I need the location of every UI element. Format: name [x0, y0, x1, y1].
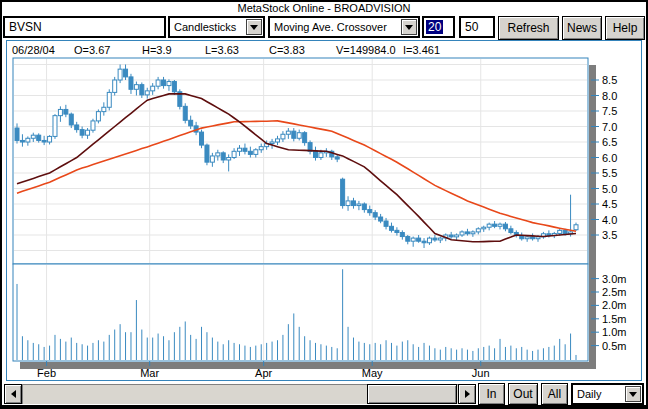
ma-fast-input[interactable]: 20 — [422, 16, 455, 38]
period-dropdown-button[interactable] — [625, 386, 641, 402]
svg-text:Jun: Jun — [472, 367, 490, 379]
svg-text:6.0: 6.0 — [602, 152, 617, 164]
svg-text:1.5m: 1.5m — [602, 313, 626, 325]
indicator-dropdown-button[interactable] — [401, 19, 417, 35]
price-pane — [13, 58, 588, 264]
chart-type-value: Candlesticks — [174, 21, 236, 33]
zoom-in-button[interactable]: In — [478, 383, 505, 405]
svg-text:Mar: Mar — [140, 367, 159, 379]
status-open: O=3.67 — [74, 44, 110, 56]
svg-text:6.5: 6.5 — [602, 136, 617, 148]
status-date: 06/28/04 — [12, 44, 55, 56]
zoom-out-button[interactable]: Out — [508, 383, 538, 405]
chart-type-dropdown-button[interactable] — [246, 19, 262, 35]
chevron-down-icon — [250, 25, 258, 34]
indicator-select[interactable]: Moving Ave. Crossover — [268, 16, 420, 38]
svg-text:May: May — [362, 367, 383, 379]
chevron-down-icon — [629, 392, 637, 401]
status-indicator: I=3.461 — [403, 44, 440, 56]
news-button[interactable]: News — [562, 16, 602, 40]
zoom-all-button[interactable]: All — [541, 383, 568, 405]
volume-axis: 3.0m2.5m2.0m1.5m1.0m0.5m — [591, 273, 626, 352]
svg-text:2.5m: 2.5m — [602, 286, 626, 298]
ma-slow-input[interactable]: 50 — [459, 16, 495, 38]
svg-text:7.5: 7.5 — [602, 105, 617, 117]
svg-text:1.0m: 1.0m — [602, 326, 626, 338]
svg-text:2.0m: 2.0m — [602, 299, 626, 311]
svg-text:Apr: Apr — [255, 367, 272, 379]
panel-shadow-bottom — [20, 362, 589, 369]
refresh-button[interactable]: Refresh — [498, 16, 559, 40]
status-close: C=3.83 — [269, 44, 305, 56]
svg-text:8.5: 8.5 — [602, 74, 617, 86]
svg-text:4.5: 4.5 — [602, 198, 617, 210]
period-value: Daily — [577, 388, 601, 400]
svg-text:7.0: 7.0 — [602, 121, 617, 133]
svg-text:5.5: 5.5 — [602, 167, 617, 179]
scroll-right-button[interactable] — [458, 384, 476, 404]
svg-text:Feb: Feb — [37, 367, 56, 379]
window-title: MetaStock Online - BROADVISION — [0, 2, 648, 14]
svg-text:5.0: 5.0 — [602, 183, 617, 195]
arrow-right-icon — [465, 390, 474, 398]
status-high: H=3.9 — [142, 44, 172, 56]
svg-text:8.0: 8.0 — [602, 90, 617, 102]
svg-text:4.0: 4.0 — [602, 214, 617, 226]
period-select[interactable]: Daily — [571, 383, 644, 405]
svg-text:3.5: 3.5 — [602, 229, 617, 241]
arrow-left-icon — [7, 390, 16, 398]
help-button[interactable]: Help — [605, 16, 645, 40]
price-volume-chart[interactable]: 8.58.07.57.06.56.05.55.04.54.03.53.0m2.5… — [0, 0, 648, 409]
svg-text:0.5m: 0.5m — [602, 340, 626, 352]
indicator-value: Moving Ave. Crossover — [274, 21, 387, 33]
symbol-input[interactable] — [3, 16, 166, 38]
volume-pane — [13, 264, 588, 361]
scrollbar-thumb[interactable] — [367, 384, 457, 404]
svg-text:3.0m: 3.0m — [602, 273, 626, 285]
status-low: L=3.63 — [205, 44, 239, 56]
scroll-left-button[interactable] — [4, 384, 22, 404]
ma-fast-value: 20 — [426, 20, 443, 34]
status-volume: V=149984.0 — [336, 44, 396, 56]
chart-type-select[interactable]: Candlesticks — [168, 16, 265, 38]
ma-slow-value: 50 — [465, 20, 478, 34]
chevron-down-icon — [405, 25, 413, 34]
